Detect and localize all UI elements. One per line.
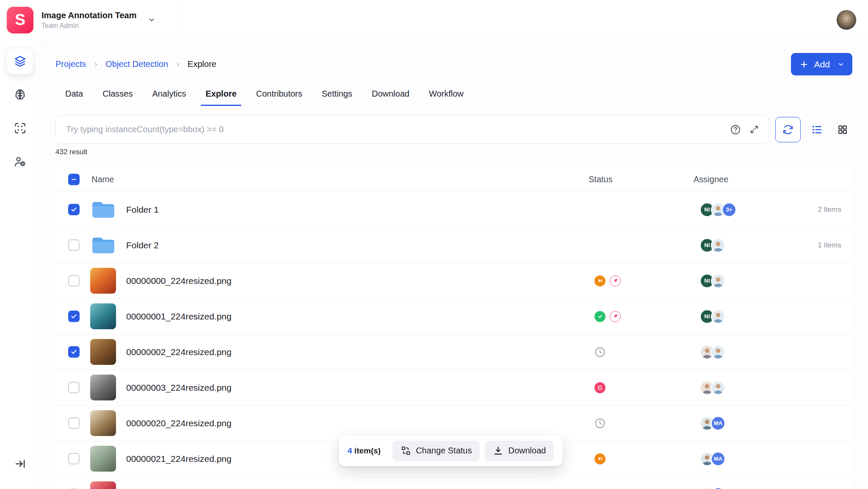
row-checkbox[interactable] [68, 275, 80, 286]
status-approved-icon [594, 311, 605, 322]
user-avatar[interactable] [836, 10, 857, 30]
download-icon [493, 445, 503, 456]
tab-explore[interactable]: Explore [196, 84, 246, 106]
sidebar-item-model[interactable] [6, 81, 33, 108]
status-pending-icon [594, 418, 605, 429]
row-checkbox[interactable] [68, 453, 80, 464]
assignee-avatar [711, 274, 725, 288]
column-header-name[interactable]: Name [90, 175, 589, 184]
collapse-sidebar-button[interactable] [6, 450, 33, 477]
file-thumbnail [90, 268, 116, 294]
assignee-avatar [711, 381, 725, 395]
tab-analytics[interactable]: Analytics [142, 84, 196, 106]
status-pinned-icon [610, 275, 621, 286]
row-name: 00000021_224resized.png [126, 454, 232, 464]
folder-icon [90, 232, 116, 258]
result-count: 432 result [55, 148, 852, 156]
team-settings-icon [14, 155, 27, 168]
table-row[interactable]: 00000002_224resized.png [55, 334, 852, 370]
assignee-avatar: 3+ [722, 203, 736, 217]
table-row[interactable]: Folder 1 NI3+ 2 Items [55, 192, 852, 228]
assignee-avatar [700, 487, 714, 489]
plus-icon [799, 60, 809, 69]
search-input[interactable] [66, 125, 721, 134]
change-status-icon [401, 445, 411, 456]
chevron-down-icon[interactable] [148, 16, 155, 24]
row-checkbox[interactable] [68, 204, 80, 215]
help-icon[interactable] [730, 124, 741, 135]
row-checkbox[interactable] [68, 417, 80, 429]
row-name: Folder 2 [126, 240, 159, 250]
status-rejected-icon [594, 382, 605, 393]
tab-classes[interactable]: Classes [93, 84, 142, 106]
chevron-down-icon [837, 61, 845, 68]
app-logo: S [7, 7, 33, 33]
tab-settings[interactable]: Settings [312, 84, 362, 106]
tab-bar: DataClassesAnalyticsExploreContributorsS… [55, 84, 852, 106]
assignee-avatar: MA [711, 452, 725, 466]
tab-workflow[interactable]: Workflow [419, 84, 473, 106]
table-header: Name Status Assignee [55, 167, 852, 192]
row-name: 00000000_224resized.png [126, 276, 232, 286]
tab-data[interactable]: Data [55, 84, 93, 106]
selected-count: 4 item(s) [348, 446, 381, 456]
row-items-count: 2 Items [802, 206, 852, 214]
row-name: 00000020_224resized.png [126, 418, 232, 428]
row-checkbox[interactable] [68, 382, 80, 393]
breadcrumb-projects[interactable]: Projects [55, 59, 86, 69]
assignee-avatar: MA [711, 487, 725, 489]
breadcrumb: Projects Object Detection Explore [55, 59, 216, 69]
tab-download[interactable]: Download [362, 84, 419, 106]
row-name: 00000001_224resized.png [126, 311, 232, 322]
team-name: Image Annotation Team [41, 11, 136, 20]
assignee-avatar [711, 238, 725, 253]
row-items-count: 1 Items [802, 241, 852, 250]
breadcrumb-current: Explore [188, 59, 216, 69]
table-row[interactable]: 00000022_224resized.png MA [55, 477, 852, 489]
list-view-icon [811, 124, 823, 136]
change-status-button[interactable]: Change Status [393, 441, 480, 461]
table-row[interactable]: Folder 2 NI 1 Items [55, 228, 852, 263]
row-checkbox[interactable] [68, 311, 80, 322]
file-thumbnail [90, 375, 116, 400]
expand-icon[interactable] [749, 125, 759, 134]
chevron-right-icon [174, 61, 181, 68]
table-row[interactable]: 00000001_224resized.png NI [55, 299, 852, 334]
select-all-checkbox[interactable] [68, 174, 80, 185]
query-search-bar [55, 115, 769, 144]
status-in_progress-icon [594, 275, 605, 286]
folder-icon [90, 197, 116, 222]
top-bar: S Image Annotation Team Team Admin [0, 0, 868, 40]
column-header-assignee[interactable]: Assignee [694, 175, 802, 184]
layers-icon [14, 55, 27, 68]
selection-action-bar: 4 item(s) Change Status Download [339, 435, 563, 466]
download-button[interactable]: Download [485, 441, 554, 461]
sidebar-item-team-settings[interactable] [6, 148, 33, 175]
file-thumbnail [90, 339, 116, 365]
row-checkbox[interactable] [68, 346, 80, 358]
refresh-button[interactable] [775, 117, 801, 142]
status-pinned-icon [610, 311, 621, 322]
status-in_progress-icon [594, 453, 605, 464]
column-header-status[interactable]: Status [589, 175, 694, 184]
collapse-sidebar-icon [14, 458, 26, 470]
tab-contributors[interactable]: Contributors [246, 84, 312, 106]
grid-view-icon [837, 124, 848, 135]
team-switcher[interactable]: S Image Annotation Team Team Admin [0, 0, 178, 40]
chevron-right-icon [92, 61, 99, 68]
grid-view-button[interactable] [833, 120, 852, 139]
file-thumbnail [90, 303, 116, 329]
sidebar-nav [6, 47, 33, 175]
add-button[interactable]: Add [791, 53, 852, 75]
table-row[interactable]: 00000003_224resized.png [55, 370, 852, 406]
sidebar-item-dataset[interactable] [6, 114, 33, 142]
sidebar-item-layers[interactable] [6, 47, 33, 75]
breadcrumb-object-detection[interactable]: Object Detection [105, 59, 168, 69]
list-view-button[interactable] [807, 120, 827, 139]
dataset-icon [14, 122, 27, 135]
table-row[interactable]: 00000000_224resized.png NI [55, 263, 852, 299]
row-checkbox[interactable] [68, 239, 80, 251]
team-role: Team Admin [41, 22, 136, 30]
sidebar [0, 40, 40, 489]
row-name: 00000002_224resized.png [126, 347, 232, 357]
